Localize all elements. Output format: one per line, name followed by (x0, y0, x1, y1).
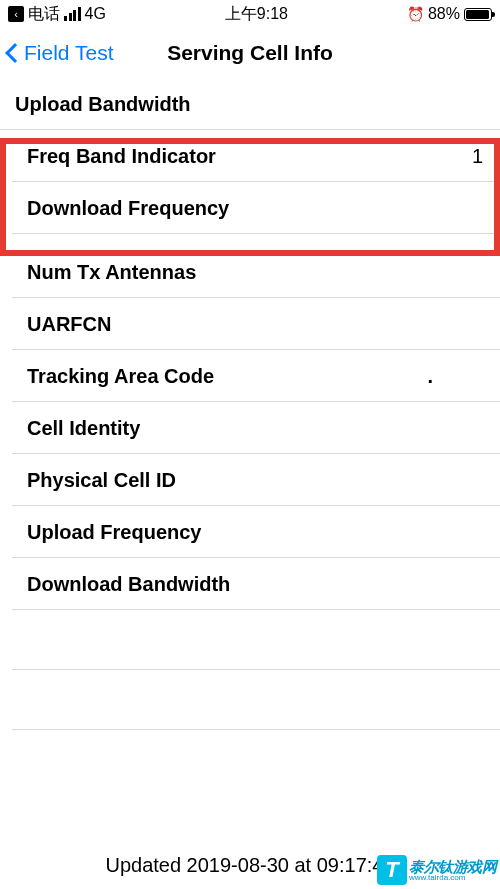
chevron-left-icon (5, 43, 25, 63)
row-label: Upload Bandwidth (15, 93, 191, 116)
row-label: Tracking Area Code (27, 365, 214, 388)
list-item[interactable]: Download Bandwidth (12, 558, 500, 610)
row-value: . (427, 365, 435, 388)
watermark-brand: 泰尔钛游戏网 (409, 859, 496, 874)
row-value: 1 (472, 145, 485, 168)
list-item[interactable]: Upload Bandwidth (0, 78, 500, 130)
alarm-icon: ⏰ (407, 6, 424, 22)
status-bar: ‹ 电话 4G 上午9:18 ⏰ 88% (0, 0, 500, 28)
row-label: Num Tx Antennas (27, 261, 196, 284)
list-item[interactable]: Cell Identity (12, 402, 500, 454)
clock: 上午9:18 (225, 4, 288, 25)
row-label: Physical Cell ID (27, 469, 176, 492)
list-item[interactable]: Physical Cell ID (12, 454, 500, 506)
row-label: UARFCN (27, 313, 111, 336)
list-item (12, 610, 500, 670)
row-label: Download Frequency (27, 197, 229, 220)
back-app-icon[interactable]: ‹ (8, 6, 24, 22)
settings-list: Upload Bandwidth Freq Band Indicator 1 D… (0, 78, 500, 730)
battery-pct: 88% (428, 5, 460, 23)
row-label: Freq Band Indicator (27, 145, 216, 168)
back-button[interactable]: Field Test (8, 41, 114, 65)
list-item[interactable]: Freq Band Indicator 1 (12, 130, 500, 182)
row-label: Download Bandwidth (27, 573, 230, 596)
list-item[interactable]: Num Tx Antennas (12, 246, 500, 298)
signal-icon (64, 7, 81, 21)
back-label: Field Test (24, 41, 114, 65)
nav-bar: Field Test Serving Cell Info (0, 28, 500, 78)
list-item[interactable]: Download Frequency (12, 182, 500, 234)
row-label: Upload Frequency (27, 521, 201, 544)
list-item[interactable]: Tracking Area Code . (12, 350, 500, 402)
battery-icon (464, 8, 492, 21)
list-item (12, 670, 500, 730)
row-label: Cell Identity (27, 417, 140, 440)
list-item[interactable]: Upload Frequency (12, 506, 500, 558)
list-item[interactable]: UARFCN (12, 298, 500, 350)
carrier-label: 电话 (28, 4, 60, 25)
network-label: 4G (85, 5, 106, 23)
watermark-url: www.tairda.com (409, 874, 496, 882)
watermark: T 泰尔钛游戏网 www.tairda.com (377, 855, 496, 885)
watermark-logo: T (377, 855, 407, 885)
page-title: Serving Cell Info (167, 41, 333, 65)
